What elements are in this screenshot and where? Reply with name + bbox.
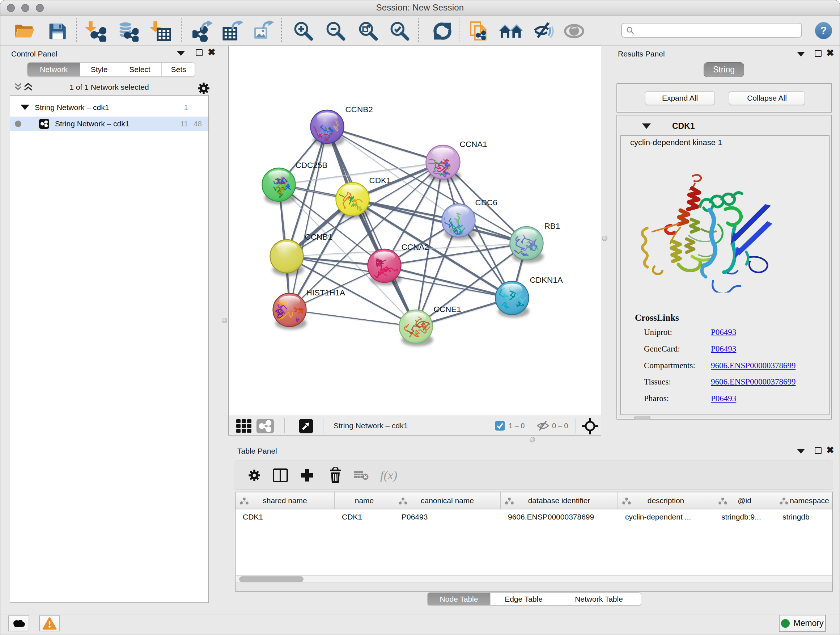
- table-cell[interactable]: CDK1: [235, 509, 335, 524]
- column-header-canonical-name[interactable]: canonical name: [394, 492, 501, 509]
- crosslink-link[interactable]: P06493: [711, 394, 736, 403]
- selected-nodes-checkbox-icon[interactable]: [495, 421, 505, 432]
- vertical-splitter-handle-left[interactable]: [222, 318, 227, 323]
- crosslink-link[interactable]: 9606.ENSP00000378699: [711, 361, 796, 371]
- export-table-icon[interactable]: [222, 21, 243, 42]
- results-panel-float-icon[interactable]: [815, 50, 821, 57]
- tab-string[interactable]: String: [704, 62, 744, 77]
- tab-sets[interactable]: Sets: [162, 63, 195, 76]
- crosslink-link[interactable]: 9606.ENSP00000378699: [711, 377, 796, 386]
- import-network-file-icon[interactable]: [85, 21, 106, 42]
- network-node-CDK1[interactable]: CDK1: [336, 176, 391, 216]
- zoom-out-icon[interactable]: [325, 21, 346, 42]
- network-edge[interactable]: [290, 127, 327, 310]
- table-cell[interactable]: 9606.ENSP00000378699: [501, 509, 618, 524]
- export-network-icon[interactable]: [193, 21, 213, 42]
- column-header-description[interactable]: description: [618, 492, 714, 509]
- function-builder-icon[interactable]: f(x): [379, 465, 405, 486]
- clone-network-icon[interactable]: [469, 21, 490, 42]
- control-panel-menu-icon[interactable]: [177, 51, 185, 56]
- import-table-file-icon[interactable]: [150, 21, 171, 42]
- delete-table-icon[interactable]: [352, 465, 373, 486]
- network-edge[interactable]: [290, 310, 416, 326]
- control-panel-float-icon[interactable]: [196, 49, 202, 56]
- table-panel-menu-icon[interactable]: [797, 449, 805, 454]
- warning-status-button[interactable]: [39, 616, 60, 631]
- help-button[interactable]: ?: [815, 22, 832, 39]
- network-node-HIST1H1A[interactable]: HIST1H1A: [271, 288, 345, 326]
- export-image-icon[interactable]: [253, 21, 274, 42]
- table-panel-float-icon[interactable]: [815, 447, 821, 454]
- network-canvas[interactable]: CCNB2CCNA1CDC25BCDK1CDC6RB1CCNB1CCNA2CDK…: [229, 46, 601, 416]
- cloud-status-button[interactable]: [8, 616, 29, 631]
- gene-collapse-icon[interactable]: [642, 124, 651, 129]
- network-node-CDC25B[interactable]: CDC25B: [262, 161, 328, 201]
- show-eye-icon[interactable]: [564, 21, 584, 42]
- open-session-icon[interactable]: [14, 21, 35, 42]
- string-home-icon[interactable]: [499, 21, 523, 42]
- table-cell[interactable]: cyclin-dependent ...: [618, 509, 714, 524]
- column-header-name[interactable]: name: [335, 492, 394, 509]
- import-network-database-icon[interactable]: [118, 21, 139, 42]
- split-view-icon[interactable]: [270, 465, 291, 486]
- results-scrollbar-remnant[interactable]: [634, 416, 651, 420]
- crosslink-link[interactable]: P06493: [711, 328, 736, 337]
- results-panel-close-icon[interactable]: ✖: [826, 49, 834, 57]
- zoom-in-icon[interactable]: [293, 21, 314, 42]
- table-panel-close-icon[interactable]: ✖: [826, 447, 834, 454]
- status-bar: Memory: [0, 614, 840, 635]
- save-session-icon[interactable]: [47, 21, 68, 42]
- refresh-icon[interactable]: [432, 21, 453, 42]
- network-options-gear-icon[interactable]: [197, 82, 210, 96]
- table-cell[interactable]: P06493: [394, 509, 501, 524]
- tab-node-table[interactable]: Node Table: [428, 593, 491, 605]
- zoom-selected-icon[interactable]: [389, 21, 410, 42]
- network-node-CDC6[interactable]: CDC6: [442, 198, 497, 238]
- node-label-CCNA2: CCNA2: [401, 242, 429, 252]
- network-tree-row[interactable]: String Network – cdk11: [10, 100, 208, 116]
- selected-count: 1 – 0: [508, 421, 524, 430]
- results-panel-menu-icon[interactable]: [797, 52, 805, 57]
- net-toolbar-separator: [323, 418, 324, 433]
- table-cell[interactable]: CDK1: [335, 509, 394, 524]
- table-horizontal-scrollbar[interactable]: [236, 575, 832, 583]
- column-header-database-identifier[interactable]: database identifier: [501, 492, 618, 509]
- search-input[interactable]: [621, 23, 802, 38]
- center-view-icon[interactable]: [582, 418, 598, 436]
- tab-style[interactable]: Style: [80, 63, 118, 76]
- tab-edge-table[interactable]: Edge Table: [491, 593, 557, 605]
- column-header-shared-name[interactable]: shared name: [235, 492, 335, 509]
- add-column-icon[interactable]: [297, 465, 317, 486]
- memory-button[interactable]: Memory: [779, 615, 826, 632]
- table-cell[interactable]: stringdb: [775, 509, 833, 524]
- expand-all-button[interactable]: Expand All: [645, 91, 715, 105]
- table-settings-icon[interactable]: [244, 465, 264, 486]
- scrollbar-thumb[interactable]: [239, 576, 303, 582]
- network-edge[interactable]: [353, 199, 527, 243]
- tab-select[interactable]: Select: [118, 63, 162, 76]
- tab-network-table[interactable]: Network Table: [557, 593, 641, 605]
- node-label-CDKN1A: CDKN1A: [530, 276, 563, 285]
- zoom-fit-icon[interactable]: [358, 21, 379, 42]
- birdseye-view-icon[interactable]: [235, 418, 252, 435]
- network-share-icon[interactable]: [256, 418, 274, 435]
- network-tree-row[interactable]: String Network – cdk11148: [10, 117, 208, 131]
- network-edge[interactable]: [327, 127, 443, 162]
- horizontal-splitter-handle[interactable]: [530, 437, 535, 442]
- delete-column-icon[interactable]: [325, 465, 346, 486]
- hidden-items-icon[interactable]: [536, 420, 550, 433]
- table-row[interactable]: CDK1CDK1P064939606.ENSP00000378699cyclin…: [235, 509, 832, 524]
- column-header-namespace[interactable]: namespace: [775, 492, 833, 509]
- tab-network[interactable]: Network: [27, 63, 80, 76]
- collapse-all-button[interactable]: Collapse All: [729, 91, 805, 105]
- tree-expander-icon[interactable]: [21, 105, 29, 110]
- network-node-CDKN1A[interactable]: CDKN1A: [496, 276, 563, 315]
- vertical-splitter-handle-right[interactable]: [602, 236, 607, 241]
- network-node-RB1[interactable]: RB1: [510, 222, 561, 260]
- crosslink-link[interactable]: P06493: [711, 344, 736, 354]
- open-in-window-icon[interactable]: [298, 418, 314, 435]
- hide-glasses-icon[interactable]: [533, 21, 554, 42]
- column-header--id[interactable]: @id: [714, 492, 775, 509]
- control-panel-close-icon[interactable]: ✖: [208, 49, 216, 56]
- table-cell[interactable]: stringdb:9...: [714, 509, 775, 524]
